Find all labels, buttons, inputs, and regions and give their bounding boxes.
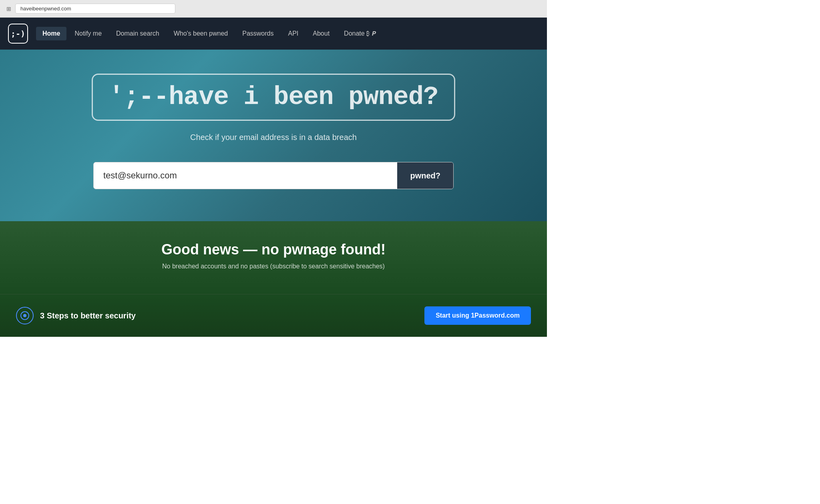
browser-chrome: ⊞ haveibeenpwned.com [0,0,547,18]
nav-item-whos-been-pwned[interactable]: Who's been pwned [167,27,235,40]
search-form: pwned? [93,162,454,189]
hero-section: ';--have i been pwned? Check if your ema… [0,50,547,221]
nav-item-passwords[interactable]: Passwords [236,27,280,40]
svg-point-1 [23,314,26,317]
nav-item-api[interactable]: API [281,27,305,40]
site-logo[interactable]: ;-) [8,24,28,44]
nav-item-notify[interactable]: Notify me [68,27,108,40]
browser-tab-icon: ⊞ [6,6,11,12]
onepassword-cta-button[interactable]: Start using 1Password.com [424,306,531,325]
onepassword-left: 3 Steps to better security [16,307,136,324]
onepassword-icon [16,307,34,324]
email-search-input[interactable] [94,162,397,189]
onepassword-text: 3 Steps to better security [40,311,136,320]
nav-item-domain-search[interactable]: Domain search [110,27,166,40]
pwned-search-button[interactable]: pwned? [397,162,453,189]
result-section: Good news — no pwnage found! No breached… [0,221,547,294]
navbar: ;-) Home Notify me Domain search Who's b… [0,18,547,50]
result-title: Good news — no pwnage found! [8,241,539,258]
hero-subtitle: Check if your email address is in a data… [190,133,357,142]
nav-item-home[interactable]: Home [36,27,66,40]
hero-title-box: ';--have i been pwned? [92,74,456,121]
nav-item-about[interactable]: About [306,27,336,40]
hero-title: ';--have i been pwned? [109,83,438,112]
nav-item-donate[interactable]: Donate ₿ 𝙋 [338,27,382,40]
nav-links: Home Notify me Domain search Who's been … [36,27,539,40]
onepassword-banner: 3 Steps to better security Start using 1… [0,294,547,337]
onepassword-logo-svg [20,311,30,320]
address-bar[interactable]: haveibeenpwned.com [15,4,175,14]
result-subtitle: No breached accounts and no pastes (subs… [8,263,539,270]
